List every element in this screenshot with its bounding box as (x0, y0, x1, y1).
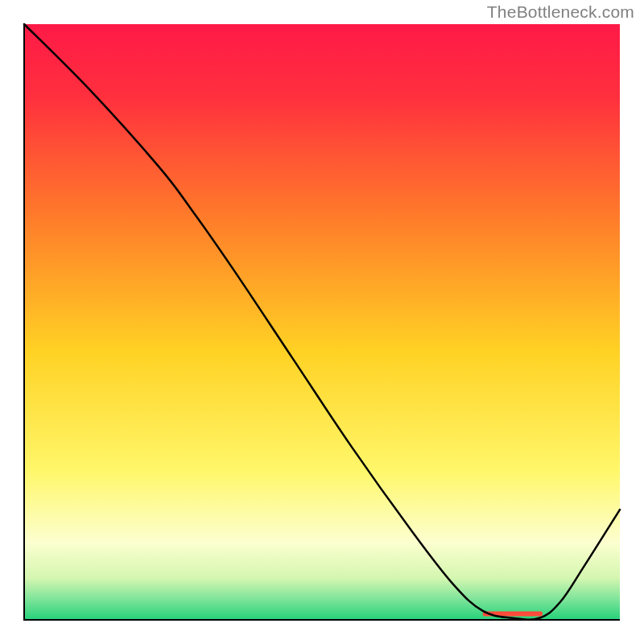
bottleneck-chart (0, 0, 644, 644)
chart-container: TheBottleneck.com (0, 0, 644, 644)
gradient-background (24, 24, 620, 620)
